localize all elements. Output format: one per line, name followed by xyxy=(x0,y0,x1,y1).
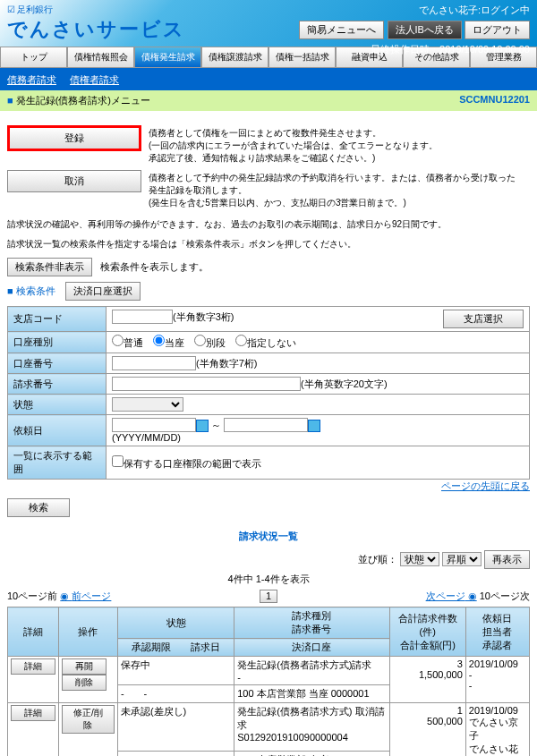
top-link[interactable]: ページの先頭に戻る xyxy=(441,480,530,491)
tab-2[interactable]: 債権発生請求 xyxy=(134,47,201,68)
calendar-icon[interactable] xyxy=(196,420,209,432)
register-desc: 債務者として債権を一回にまとめて複数件発生させます。 (一回の請求内にエラーが含… xyxy=(141,125,530,166)
hide-note: 検索条件を表示します。 xyxy=(100,261,209,272)
screen-code: SCCMNU12201 xyxy=(459,94,530,107)
tab-3[interactable]: 債権譲渡請求 xyxy=(201,47,268,68)
account-select-button[interactable]: 決済口座選択 xyxy=(65,282,141,301)
hide-conditions-button[interactable]: 検索条件非表示 xyxy=(7,258,92,276)
branch-select-button[interactable]: 支店選択 xyxy=(443,310,524,328)
list-title: 請求状況一覧 xyxy=(7,530,530,543)
label-account: 口座番号 xyxy=(8,353,107,374)
list-count: 4件中 1-4件を表示 xyxy=(7,573,530,586)
page-number[interactable]: 1 xyxy=(260,590,277,603)
reqno-input[interactable] xyxy=(112,377,301,391)
cancel-button[interactable]: 取消 xyxy=(7,170,141,192)
subnav-creditor[interactable]: 債権者請求 xyxy=(70,74,119,85)
note-2: 請求状況一覧の検索条件を指定する場合は「検索条件表示」ボタンを押してください。 xyxy=(7,238,530,251)
login-status: でんさい花子:ログイン中 xyxy=(299,4,530,17)
label-status: 状態 xyxy=(8,395,107,415)
detail-button[interactable]: 詳細 xyxy=(11,658,55,675)
label-reqdate: 依頼日 xyxy=(8,415,107,446)
delete-button[interactable]: 削除 xyxy=(62,675,107,691)
branch-input[interactable] xyxy=(112,310,173,324)
label-branch: 支店コード xyxy=(8,307,107,332)
label-type: 口座種別 xyxy=(8,332,107,353)
status-select[interactable] xyxy=(112,397,183,412)
page-title: 発生記録(債務者請求)メニュー xyxy=(7,94,150,107)
tab-0[interactable]: トップ xyxy=(0,47,67,68)
radio-futsuu[interactable] xyxy=(112,335,124,346)
radio-betsudan[interactable] xyxy=(194,335,206,346)
prev-page[interactable]: ◉ 前ページ xyxy=(60,590,111,601)
sort-order-select[interactable]: 昇順 xyxy=(442,552,482,566)
simple-menu-button[interactable]: 簡易メニューへ xyxy=(299,21,384,39)
radio-none[interactable] xyxy=(235,335,247,346)
account-input[interactable] xyxy=(112,356,196,370)
edit-button[interactable]: 修正/削除 xyxy=(62,705,115,734)
sort-field-select[interactable]: 状態 xyxy=(400,552,439,566)
search-button[interactable]: 検索 xyxy=(7,498,70,517)
detail-button[interactable]: 詳細 xyxy=(11,705,55,721)
note-1: 請求状況の確認や、再利用等の操作ができます。なお、過去のお取引の表示期間は、請求… xyxy=(7,218,530,231)
date-to-input[interactable] xyxy=(224,418,308,432)
radio-touza[interactable] xyxy=(153,335,165,346)
register-button[interactable]: 登録 xyxy=(7,125,141,151)
range-checkbox[interactable] xyxy=(112,455,124,467)
back-ib-button[interactable]: 法人IBへ戻る xyxy=(388,21,462,39)
subnav-debtor[interactable]: 債務者請求 xyxy=(7,74,56,85)
redisplay-button[interactable]: 再表示 xyxy=(484,550,530,569)
calendar-icon[interactable] xyxy=(308,420,320,432)
tab-1[interactable]: 債権情報照会 xyxy=(67,47,134,68)
label-reqno: 請求番号 xyxy=(8,374,107,395)
logout-button[interactable]: ログアウト xyxy=(465,21,530,39)
last-op-time: 最終操作日時：2019/10/09 10:00:00 xyxy=(299,43,530,56)
reopen-button[interactable]: 再開 xyxy=(62,658,107,675)
date-from-input[interactable] xyxy=(112,418,196,432)
search-header: 検索条件 xyxy=(16,285,55,296)
label-range: 一覧に表示する範囲 xyxy=(8,446,107,480)
next-page[interactable]: 次ページ ◉ xyxy=(426,590,477,601)
cancel-desc: 債務者として予約中の発生記録請求の予約取消を行います。または、債務者から受け取っ… xyxy=(141,170,530,211)
